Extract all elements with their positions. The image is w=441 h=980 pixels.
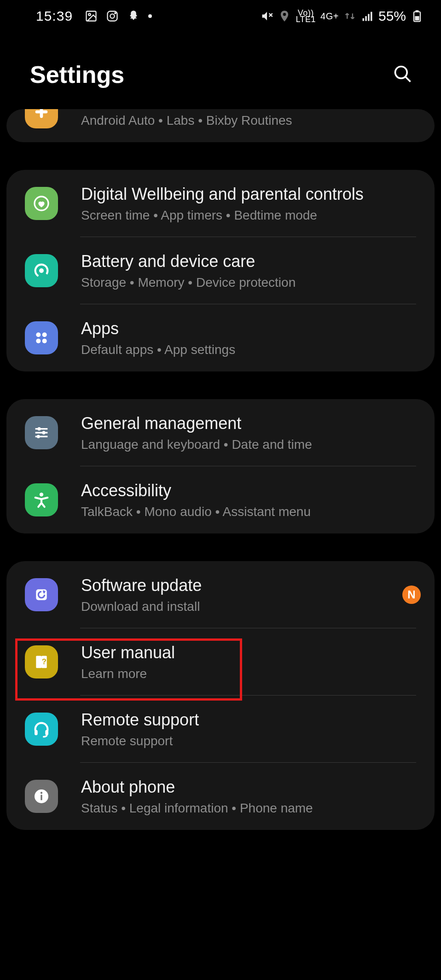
svg-point-1	[88, 13, 91, 16]
device-care-icon	[25, 254, 58, 287]
status-time: 15:39	[36, 8, 73, 24]
settings-item-title: Digital Wellbeing and parental controls	[81, 184, 421, 204]
settings-item-title: Accessibility	[81, 480, 421, 501]
settings-group: Software updateDownload and installNUser…	[6, 561, 435, 830]
search-button[interactable]	[390, 62, 416, 87]
notification-badge: N	[402, 586, 421, 604]
settings-item-about-phone[interactable]: About phoneStatus • Legal information • …	[6, 763, 435, 830]
location-icon	[278, 10, 291, 23]
settings-item-title: Software update	[81, 575, 393, 596]
svg-rect-10	[371, 12, 372, 21]
settings-item-battery-care[interactable]: Battery and device careStorage • Memory …	[6, 237, 435, 304]
svg-rect-8	[365, 16, 367, 21]
settings-item-title: Battery and device care	[81, 251, 421, 272]
more-notifications-dot-icon	[148, 14, 152, 18]
settings-item-accessibility[interactable]: AccessibilityTalkBack • Mono audio • Ass…	[6, 466, 435, 533]
settings-item-subtitle: TalkBack • Mono audio • Assistant menu	[81, 504, 421, 520]
svg-point-3	[110, 14, 114, 18]
gallery-icon	[85, 10, 98, 23]
manual-icon	[25, 645, 58, 678]
svg-rect-12	[416, 10, 419, 12]
settings-item-subtitle: Language and keyboard • Date and time	[81, 436, 421, 452]
settings-group: Digital Wellbeing and parental controlsS…	[6, 170, 435, 371]
battery-percentage: 55%	[378, 8, 406, 24]
settings-item-subtitle: Download and install	[81, 598, 393, 615]
status-bar: 15:39 Vo))LTE1 4G+ 55%	[0, 0, 441, 24]
apps-icon	[25, 321, 58, 354]
update-icon	[25, 578, 58, 611]
settings-item-general-management[interactable]: General managementLanguage and keyboard …	[6, 399, 435, 466]
info-icon	[25, 780, 58, 813]
settings-item-title: User manual	[81, 642, 421, 663]
settings-item-subtitle: Default apps • App settings	[81, 342, 421, 358]
svg-point-14	[395, 66, 407, 78]
instagram-icon	[106, 10, 119, 23]
settings-item-subtitle: Learn more	[81, 666, 421, 682]
settings-item-subtitle: Screen time • App timers • Bedtime mode	[81, 207, 421, 223]
plus-icon	[25, 109, 58, 128]
volte-indicator: Vo))LTE1	[296, 10, 316, 23]
page-title: Settings	[30, 61, 124, 88]
search-icon	[393, 64, 413, 86]
settings-item-subtitle: Storage • Memory • Device protection	[81, 274, 421, 290]
settings-item-title: General management	[81, 413, 421, 434]
settings-item-apps[interactable]: AppsDefault apps • App settings	[6, 304, 435, 371]
settings-item-title: Apps	[81, 318, 421, 339]
data-arrows-icon	[343, 10, 356, 23]
network-gen-indicator: 4G+	[320, 13, 339, 19]
headset-icon	[25, 713, 58, 746]
settings-item-digital-wellbeing[interactable]: Digital Wellbeing and parental controlsS…	[6, 170, 435, 237]
snapchat-icon	[127, 10, 140, 23]
settings-item-subtitle: Remote support	[81, 733, 421, 749]
settings-item-advanced-features[interactable]: Advanced featuresAndroid Auto • Labs • B…	[6, 109, 435, 142]
svg-rect-13	[415, 16, 419, 20]
accessibility-icon	[25, 483, 58, 516]
settings-item-user-manual[interactable]: User manualLearn more	[6, 628, 435, 696]
settings-item-subtitle: Android Auto • Labs • Bixby Routines	[81, 112, 421, 128]
svg-rect-7	[362, 18, 364, 21]
settings-item-title: Remote support	[81, 709, 421, 730]
signal-icon	[361, 10, 374, 23]
svg-point-4	[115, 12, 116, 13]
svg-line-15	[406, 76, 411, 81]
settings-item-remote-support[interactable]: Remote supportRemote support	[6, 696, 435, 763]
settings-group: Advanced featuresAndroid Auto • Labs • B…	[6, 109, 435, 142]
svg-rect-9	[368, 14, 370, 21]
settings-item-subtitle: Status • Legal information • Phone name	[81, 800, 421, 816]
heart-circle-icon	[25, 187, 58, 220]
settings-item-title: About phone	[81, 777, 421, 797]
battery-icon	[411, 10, 424, 23]
mute-vibrate-icon	[261, 10, 273, 23]
settings-header: Settings	[30, 61, 416, 88]
settings-item-software-update[interactable]: Software updateDownload and installN	[6, 561, 435, 628]
sliders-icon	[25, 416, 58, 449]
settings-group: General managementLanguage and keyboard …	[6, 399, 435, 533]
